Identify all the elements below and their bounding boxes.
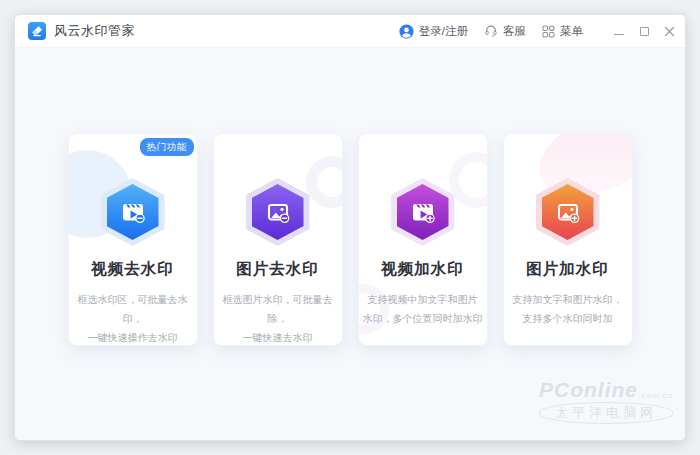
app-window: 风云水印管家 登录/注册 客服 <box>14 14 686 441</box>
card-title: 视频去水印 <box>69 259 197 280</box>
card-description: 框选水印区，可批量去水印， 一键快速操作去水印 <box>73 290 193 346</box>
menu-label: 菜单 <box>560 24 583 39</box>
app-title: 风云水印管家 <box>54 22 135 40</box>
app-logo-icon <box>28 22 46 40</box>
headset-icon <box>484 24 498 38</box>
close-button[interactable] <box>663 25 675 37</box>
pconline-watermark: PConline.com.cn 太平洋电脑网 <box>539 379 673 424</box>
hot-feature-badge: 热门功能 <box>140 138 194 156</box>
video-remove-watermark-icon <box>101 178 165 246</box>
customer-service-label: 客服 <box>503 24 526 39</box>
maximize-button[interactable] <box>638 25 650 37</box>
card-description: 框选图片水印，可批量去除， 一键快速去水印 <box>218 290 338 346</box>
feature-card-image-add-watermark[interactable]: 图片加水印 支持加文字和图片水印， 支持多个水印同时加 <box>503 133 633 346</box>
card-title: 视频加水印 <box>359 259 487 280</box>
main-content: 热门功能 视频去水印 框选水印区，可批量去水印， 一键快速操作去水印 <box>15 48 685 440</box>
card-description: 支持视频中加文字和图片 水印，多个位置同时加水印 <box>363 290 483 328</box>
minimize-button[interactable] <box>613 25 625 37</box>
grid-menu-icon <box>542 25 555 38</box>
feature-card-image-remove-watermark[interactable]: 图片去水印 框选图片水印，可批量去除， 一键快速去水印 <box>213 133 343 346</box>
video-add-watermark-icon <box>391 178 455 246</box>
card-decoration-ring <box>306 156 343 208</box>
feature-card-video-add-watermark[interactable]: 视频加水印 支持视频中加文字和图片 水印，多个位置同时加水印 <box>358 133 488 346</box>
login-register-label: 登录/注册 <box>419 24 468 39</box>
menu-button[interactable]: 菜单 <box>542 24 583 39</box>
watermark-site-name: 太平洋电脑网 <box>539 402 673 424</box>
watermark-brand: PConline.com.cn <box>539 379 673 400</box>
card-title: 图片去水印 <box>214 259 342 280</box>
card-title: 图片加水印 <box>504 259 632 280</box>
user-avatar-icon <box>399 24 414 39</box>
image-remove-watermark-icon <box>246 178 310 246</box>
feature-card-video-remove-watermark[interactable]: 热门功能 视频去水印 框选水印区，可批量去水印， 一键快速操作去水印 <box>68 133 198 346</box>
feature-cards-row: 热门功能 视频去水印 框选水印区，可批量去水印， 一键快速操作去水印 <box>15 133 685 346</box>
card-description: 支持加文字和图片水印， 支持多个水印同时加 <box>508 290 628 328</box>
close-icon <box>664 26 675 37</box>
title-bar: 风云水印管家 登录/注册 客服 <box>15 15 685 48</box>
customer-service-button[interactable]: 客服 <box>484 24 526 39</box>
window-controls <box>607 25 675 37</box>
image-add-watermark-icon <box>536 178 600 246</box>
login-register-button[interactable]: 登录/注册 <box>399 24 468 39</box>
